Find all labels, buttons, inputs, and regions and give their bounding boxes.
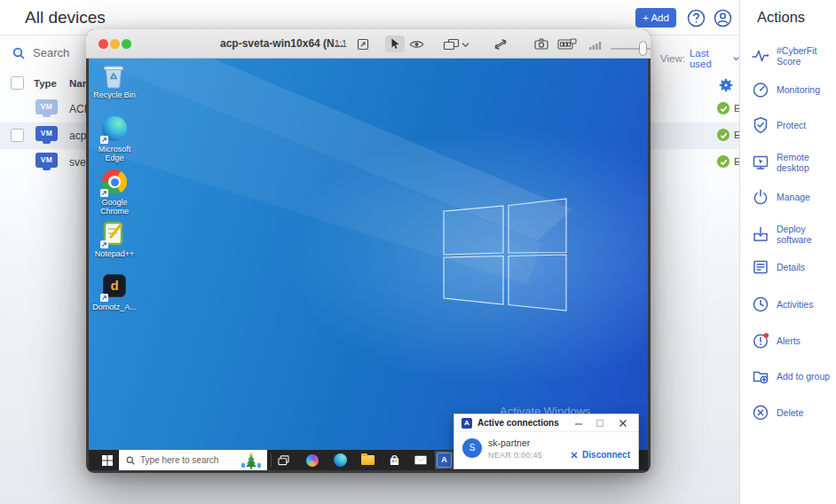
action-remote-desktop[interactable]: Remote desktop: [752, 152, 835, 173]
active-connections-window[interactable]: A Active connections S sk-partner NEAR 0…: [453, 413, 639, 469]
desktop-icon-google-chrome[interactable]: Google Chrome: [89, 169, 140, 217]
taskbar-search-placeholder: Type here to search: [140, 455, 218, 465]
document-icon: [752, 258, 769, 276]
displays-icon[interactable]: [443, 38, 460, 51]
file-explorer-icon: [361, 455, 375, 465]
edge-icon: [334, 453, 347, 467]
action-alerts[interactable]: Alerts: [752, 332, 835, 350]
help-icon[interactable]: [687, 9, 706, 28]
actions-panel: Actions #CyberFit Score Monitoring Pr: [739, 0, 836, 504]
displays-chevron-icon[interactable]: [461, 42, 469, 48]
view-only-eye-icon[interactable]: [409, 39, 424, 50]
vm-type-badge: VM: [35, 126, 58, 141]
acronis-app-icon: A: [461, 418, 472, 429]
action-cyberfit-score[interactable]: #CyberFit Score: [752, 45, 835, 67]
mail-envelope-icon: [414, 455, 427, 465]
search-icon: [12, 47, 25, 59]
search-highlight-tree-icon[interactable]: [238, 450, 264, 470]
desktop-icon-microsoft-edge[interactable]: Microsoft Edge: [89, 115, 140, 163]
screenshot-camera-icon[interactable]: [534, 38, 548, 50]
action-details[interactable]: Details: [752, 258, 835, 276]
status-ok-icon: [717, 102, 730, 114]
quality-slider-thumb[interactable]: [639, 41, 647, 56]
device-status: E: [717, 129, 739, 141]
acronis-agent-taskbar-button[interactable]: A: [435, 451, 453, 469]
power-icon: [752, 188, 769, 206]
status-ok-icon: [717, 155, 730, 168]
shortcut-arrow-icon: [100, 136, 108, 144]
disconnect-button[interactable]: Disconnect: [571, 450, 630, 460]
connection-avatar: S: [462, 438, 482, 458]
chevron-down-icon: [733, 55, 739, 62]
add-button[interactable]: + Add: [635, 8, 676, 28]
active-connections-title: Active connections: [477, 418, 559, 428]
maximize-button[interactable]: [594, 417, 606, 429]
remote-desktop-icon: [752, 154, 769, 171]
actions-title: Actions: [757, 9, 805, 26]
recycle-bin-icon: [101, 62, 128, 89]
minimize-traffic-light[interactable]: [110, 39, 120, 49]
mail-button[interactable]: [412, 450, 430, 470]
connection-user: sk-partner: [488, 437, 530, 448]
remote-window-titlebar[interactable]: acp-sveta-win10x64 (N... 1:1: [86, 29, 651, 59]
quality-low-icon[interactable]: [589, 41, 602, 50]
alert-red-dot: [764, 333, 769, 338]
cyberfit-pulse-icon: [752, 47, 769, 65]
scale-label: 1:1: [335, 29, 347, 59]
taskbar-edge-button[interactable]: [331, 450, 349, 470]
device-search[interactable]: Search: [12, 46, 69, 59]
minimize-button[interactable]: [572, 417, 585, 429]
acronis-agent-icon: A: [437, 453, 452, 468]
windows-desktop[interactable]: Recycle Bin Microsoft Edge: [89, 59, 648, 470]
alert-badge-icon: [752, 332, 769, 350]
task-view-button[interactable]: [274, 450, 292, 470]
folder-plus-icon: [752, 367, 769, 385]
action-delete[interactable]: Delete: [752, 404, 835, 421]
copilot-icon: [306, 454, 319, 467]
status-ok-icon: [717, 129, 730, 141]
transfer-arrows-icon[interactable]: [493, 38, 508, 51]
device-status: E: [717, 102, 739, 114]
select-all-checkbox[interactable]: [11, 76, 24, 90]
action-protect[interactable]: Protect: [752, 116, 835, 134]
remote-desktop-window: acp-sveta-win10x64 (N... 1:1: [86, 29, 651, 473]
action-add-to-group[interactable]: Add to group: [752, 367, 835, 385]
notepad-plus-plus-icon: [101, 221, 128, 248]
windows-start-icon: [102, 455, 113, 466]
action-manage[interactable]: Manage: [752, 188, 835, 206]
view-selector[interactable]: View: Last used: [660, 48, 739, 69]
column-settings-gear-icon[interactable]: [718, 77, 734, 93]
desktop-icon-notepad-plus-plus[interactable]: Notepad++: [89, 221, 140, 258]
file-explorer-button[interactable]: [359, 450, 376, 470]
close-icon[interactable]: [617, 417, 629, 429]
fit-window-icon[interactable]: [357, 38, 369, 51]
domotz-icon: d: [101, 274, 128, 301]
close-traffic-light[interactable]: [99, 39, 108, 49]
action-deploy-software[interactable]: Deploy software: [752, 224, 835, 245]
disconnect-x-icon: [571, 452, 578, 459]
taskbar-divider: [271, 453, 272, 467]
microsoft-store-button[interactable]: [385, 450, 403, 470]
desktop-icon-domotz[interactable]: d Domotz_A...: [89, 272, 140, 311]
shortcut-arrow-icon: [100, 240, 108, 248]
row-checkbox[interactable]: [11, 129, 24, 142]
action-monitoring[interactable]: Monitoring: [752, 81, 835, 98]
action-activities[interactable]: Activities: [752, 295, 835, 313]
shortcut-arrow-icon: [100, 294, 108, 302]
ctrl-alt-del-icon[interactable]: [557, 38, 577, 51]
account-icon[interactable]: [714, 9, 732, 28]
chrome-icon: [101, 169, 128, 196]
desktop-icon-recycle-bin[interactable]: Recycle Bin: [89, 62, 140, 99]
shield-check-icon: [752, 116, 769, 134]
view-label: View:: [660, 53, 685, 64]
column-type[interactable]: Type: [34, 78, 57, 89]
start-button[interactable]: [96, 450, 119, 470]
shortcut-arrow-icon: [100, 189, 108, 197]
task-view-icon: [278, 455, 289, 466]
view-value: Last used: [690, 48, 729, 69]
delete-circle-icon: [752, 404, 769, 421]
pointer-control-button[interactable]: [385, 35, 405, 52]
maximize-traffic-light[interactable]: [122, 39, 131, 49]
copilot-button[interactable]: [304, 450, 321, 470]
device-status: E: [717, 155, 739, 168]
